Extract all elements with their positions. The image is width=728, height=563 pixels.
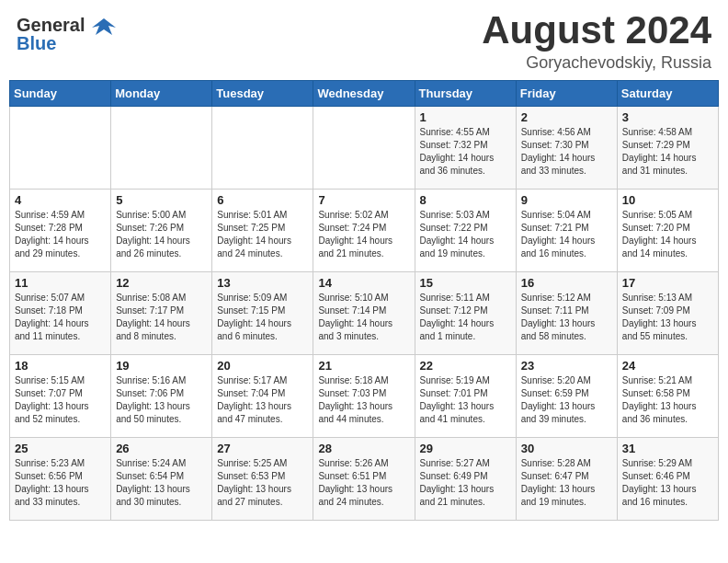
svg-marker-0 bbox=[92, 18, 116, 35]
weekday-header-saturday: Saturday bbox=[617, 81, 718, 107]
weekday-header-tuesday: Tuesday bbox=[212, 81, 313, 107]
calendar-cell: 2Sunrise: 4:56 AMSunset: 7:30 PMDaylight… bbox=[516, 107, 617, 190]
day-info: Sunrise: 5:12 AMSunset: 7:11 PMDaylight:… bbox=[521, 292, 612, 343]
day-info: Sunrise: 5:11 AMSunset: 7:12 PMDaylight:… bbox=[420, 292, 511, 343]
weekday-header-wednesday: Wednesday bbox=[313, 81, 415, 107]
page-header: General Blue August 2024 Goryachevodskiy… bbox=[9, 9, 719, 73]
day-info: Sunrise: 5:19 AMSunset: 7:01 PMDaylight:… bbox=[420, 374, 511, 426]
day-info: Sunrise: 5:15 AMSunset: 7:07 PMDaylight:… bbox=[15, 374, 106, 426]
calendar-cell: 23Sunrise: 5:20 AMSunset: 6:59 PMDayligh… bbox=[516, 355, 617, 438]
calendar-cell: 13Sunrise: 5:09 AMSunset: 7:15 PMDayligh… bbox=[212, 272, 313, 355]
calendar-cell bbox=[111, 107, 212, 190]
day-number: 5 bbox=[116, 193, 207, 207]
logo-text-blue: Blue bbox=[17, 33, 56, 53]
calendar-cell bbox=[212, 107, 313, 190]
day-number: 13 bbox=[217, 276, 308, 290]
day-info: Sunrise: 5:09 AMSunset: 7:15 PMDaylight:… bbox=[217, 292, 308, 343]
calendar-cell: 25Sunrise: 5:23 AMSunset: 6:56 PMDayligh… bbox=[10, 438, 111, 521]
weekday-header-thursday: Thursday bbox=[415, 81, 516, 107]
day-number: 4 bbox=[15, 193, 106, 207]
day-info: Sunrise: 5:00 AMSunset: 7:26 PMDaylight:… bbox=[116, 209, 207, 260]
weekday-header-friday: Friday bbox=[516, 81, 617, 107]
location-title: Goryachevodskiy, Russia bbox=[482, 53, 711, 73]
day-number: 22 bbox=[420, 359, 511, 373]
calendar-cell: 14Sunrise: 5:10 AMSunset: 7:14 PMDayligh… bbox=[313, 272, 415, 355]
calendar-cell: 8Sunrise: 5:03 AMSunset: 7:22 PMDaylight… bbox=[415, 190, 516, 272]
day-number: 18 bbox=[15, 359, 106, 373]
logo: General Blue bbox=[17, 15, 116, 53]
calendar-cell: 21Sunrise: 5:18 AMSunset: 7:03 PMDayligh… bbox=[313, 355, 415, 438]
day-info: Sunrise: 5:16 AMSunset: 7:06 PMDaylight:… bbox=[116, 374, 207, 426]
day-info: Sunrise: 5:01 AMSunset: 7:25 PMDaylight:… bbox=[217, 209, 308, 260]
day-info: Sunrise: 5:28 AMSunset: 6:47 PMDaylight:… bbox=[521, 457, 612, 509]
day-number: 23 bbox=[521, 359, 612, 373]
day-info: Sunrise: 5:07 AMSunset: 7:18 PMDaylight:… bbox=[15, 292, 106, 343]
calendar-cell: 20Sunrise: 5:17 AMSunset: 7:04 PMDayligh… bbox=[212, 355, 313, 438]
calendar-cell bbox=[313, 107, 415, 190]
day-number: 9 bbox=[521, 193, 612, 207]
calendar-cell: 11Sunrise: 5:07 AMSunset: 7:18 PMDayligh… bbox=[10, 272, 111, 355]
day-info: Sunrise: 5:23 AMSunset: 6:56 PMDaylight:… bbox=[15, 457, 106, 509]
calendar-cell: 12Sunrise: 5:08 AMSunset: 7:17 PMDayligh… bbox=[111, 272, 212, 355]
day-number: 24 bbox=[622, 359, 713, 373]
day-info: Sunrise: 4:55 AMSunset: 7:32 PMDaylight:… bbox=[420, 126, 511, 178]
day-number: 7 bbox=[318, 193, 409, 207]
day-number: 1 bbox=[420, 110, 511, 124]
calendar-cell: 9Sunrise: 5:04 AMSunset: 7:21 PMDaylight… bbox=[516, 190, 617, 272]
calendar-cell bbox=[10, 107, 111, 190]
day-info: Sunrise: 5:05 AMSunset: 7:20 PMDaylight:… bbox=[622, 209, 713, 260]
day-number: 2 bbox=[521, 110, 612, 124]
day-info: Sunrise: 5:24 AMSunset: 6:54 PMDaylight:… bbox=[116, 457, 207, 509]
day-number: 8 bbox=[420, 193, 511, 207]
calendar-cell: 31Sunrise: 5:29 AMSunset: 6:46 PMDayligh… bbox=[617, 438, 718, 521]
weekday-header-row: SundayMondayTuesdayWednesdayThursdayFrid… bbox=[10, 81, 719, 107]
calendar-cell: 24Sunrise: 5:21 AMSunset: 6:58 PMDayligh… bbox=[617, 355, 718, 438]
day-number: 28 bbox=[318, 442, 409, 455]
month-title: August 2024 bbox=[482, 9, 711, 52]
calendar-cell: 5Sunrise: 5:00 AMSunset: 7:26 PMDaylight… bbox=[111, 190, 212, 272]
day-info: Sunrise: 4:58 AMSunset: 7:29 PMDaylight:… bbox=[622, 126, 713, 178]
day-info: Sunrise: 5:21 AMSunset: 6:58 PMDaylight:… bbox=[622, 374, 713, 426]
day-number: 15 bbox=[420, 276, 511, 290]
day-number: 6 bbox=[217, 193, 308, 207]
day-number: 20 bbox=[217, 359, 308, 373]
calendar-cell: 28Sunrise: 5:26 AMSunset: 6:51 PMDayligh… bbox=[313, 438, 415, 521]
calendar-week-4: 18Sunrise: 5:15 AMSunset: 7:07 PMDayligh… bbox=[10, 355, 719, 438]
calendar-cell: 29Sunrise: 5:27 AMSunset: 6:49 PMDayligh… bbox=[415, 438, 516, 521]
day-number: 27 bbox=[217, 442, 308, 455]
calendar-cell: 4Sunrise: 4:59 AMSunset: 7:28 PMDaylight… bbox=[10, 190, 111, 272]
day-info: Sunrise: 4:59 AMSunset: 7:28 PMDaylight:… bbox=[15, 209, 106, 260]
calendar-cell: 22Sunrise: 5:19 AMSunset: 7:01 PMDayligh… bbox=[415, 355, 516, 438]
day-info: Sunrise: 5:17 AMSunset: 7:04 PMDaylight:… bbox=[217, 374, 308, 426]
day-number: 12 bbox=[116, 276, 207, 290]
weekday-header-monday: Monday bbox=[111, 81, 212, 107]
day-number: 26 bbox=[116, 442, 207, 455]
calendar-cell: 6Sunrise: 5:01 AMSunset: 7:25 PMDaylight… bbox=[212, 190, 313, 272]
day-number: 25 bbox=[15, 442, 106, 455]
calendar-cell: 17Sunrise: 5:13 AMSunset: 7:09 PMDayligh… bbox=[617, 272, 718, 355]
day-number: 29 bbox=[420, 442, 511, 455]
calendar-cell: 16Sunrise: 5:12 AMSunset: 7:11 PMDayligh… bbox=[516, 272, 617, 355]
day-number: 31 bbox=[622, 442, 713, 455]
title-area: August 2024 Goryachevodskiy, Russia bbox=[482, 9, 711, 73]
calendar-cell: 26Sunrise: 5:24 AMSunset: 6:54 PMDayligh… bbox=[111, 438, 212, 521]
weekday-header-sunday: Sunday bbox=[10, 81, 111, 107]
day-number: 14 bbox=[318, 276, 409, 290]
day-info: Sunrise: 5:29 AMSunset: 6:46 PMDaylight:… bbox=[622, 457, 713, 509]
calendar-week-5: 25Sunrise: 5:23 AMSunset: 6:56 PMDayligh… bbox=[10, 438, 719, 521]
calendar-week-1: 1Sunrise: 4:55 AMSunset: 7:32 PMDaylight… bbox=[10, 107, 719, 190]
day-info: Sunrise: 5:03 AMSunset: 7:22 PMDaylight:… bbox=[420, 209, 511, 260]
calendar-table: SundayMondayTuesdayWednesdayThursdayFrid… bbox=[9, 80, 719, 521]
day-number: 16 bbox=[521, 276, 612, 290]
day-info: Sunrise: 5:02 AMSunset: 7:24 PMDaylight:… bbox=[318, 209, 409, 260]
calendar-week-3: 11Sunrise: 5:07 AMSunset: 7:18 PMDayligh… bbox=[10, 272, 719, 355]
day-info: Sunrise: 5:08 AMSunset: 7:17 PMDaylight:… bbox=[116, 292, 207, 343]
day-number: 10 bbox=[622, 193, 713, 207]
calendar-cell: 15Sunrise: 5:11 AMSunset: 7:12 PMDayligh… bbox=[415, 272, 516, 355]
logo-text-general: General bbox=[17, 15, 85, 35]
calendar-cell: 30Sunrise: 5:28 AMSunset: 6:47 PMDayligh… bbox=[516, 438, 617, 521]
calendar-cell: 7Sunrise: 5:02 AMSunset: 7:24 PMDaylight… bbox=[313, 190, 415, 272]
day-info: Sunrise: 4:56 AMSunset: 7:30 PMDaylight:… bbox=[521, 126, 612, 178]
calendar-cell: 18Sunrise: 5:15 AMSunset: 7:07 PMDayligh… bbox=[10, 355, 111, 438]
day-number: 3 bbox=[622, 110, 713, 124]
